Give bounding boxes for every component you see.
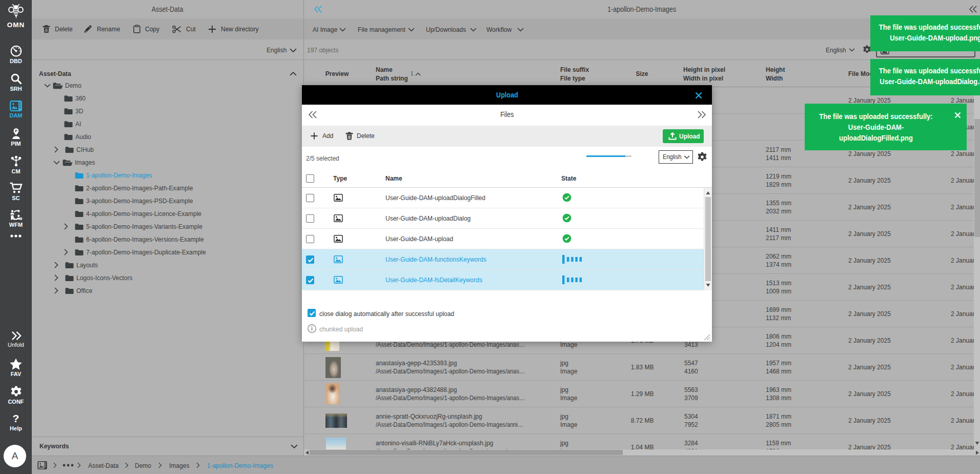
- svg-text:P: P: [14, 129, 17, 133]
